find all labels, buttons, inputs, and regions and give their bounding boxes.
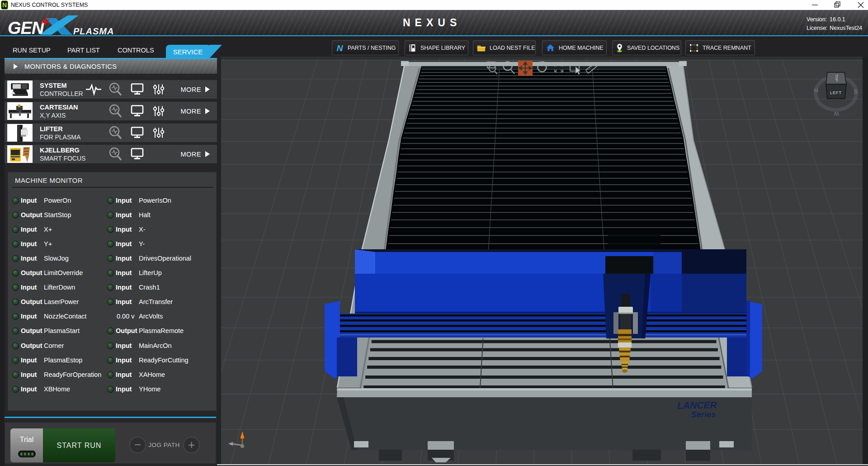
svg-text:LEFT: LEFT [830,90,842,95]
svg-text:Series: Series [691,410,716,419]
svg-text:W: W [833,110,839,117]
svg-text:GEN: GEN [8,19,45,35]
svg-text:PLASMA: PLASMA [73,26,114,35]
svg-text:LANCER: LANCER [677,399,717,411]
svg-text:TOP: TOP [835,74,839,81]
svg-text:N: N [337,43,344,52]
